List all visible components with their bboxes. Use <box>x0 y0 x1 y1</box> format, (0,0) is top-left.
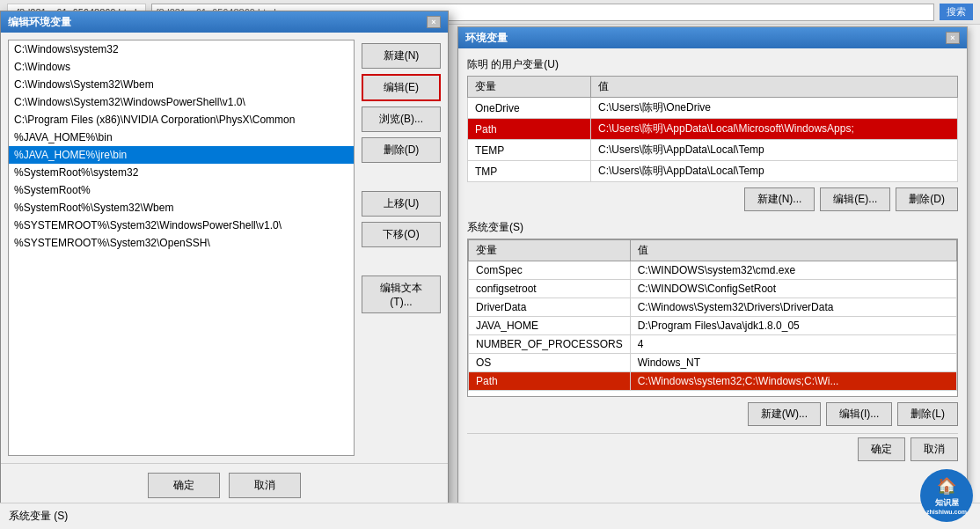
sys-var-name: JAVA_HOME <box>469 317 631 335</box>
watermark-line2: zhishiwu.com <box>926 509 967 515</box>
edit-path-close-btn[interactable]: × <box>427 16 441 28</box>
user-var-row[interactable]: TEMPC:\Users\陈明\AppData\Local\Temp <box>468 140 958 161</box>
edit-path-content: C:\Windows\system32C:\WindowsC:\Windows\… <box>1 33 448 463</box>
user-col-name: 变量 <box>468 77 591 98</box>
user-col-value: 值 <box>591 77 958 98</box>
sys-new-btn[interactable]: 新建(W)... <box>748 402 821 426</box>
user-var-row[interactable]: PathC:\Users\陈明\AppData\Local\Microsoft\… <box>468 119 958 140</box>
env-main-content: 陈明 的用户变量(U) 变量 值 OneDriveC:\Users\陈明\One… <box>458 48 967 474</box>
user-var-row[interactable]: OneDriveC:\Users\陈明\OneDrive <box>468 98 958 119</box>
path-list-item[interactable]: C:\Windows\System32\Wbem <box>9 76 354 93</box>
edit-path-title-buttons: × <box>427 16 441 28</box>
sys-vars-label: 系统变量(S) <box>467 220 958 235</box>
user-var-name: TMP <box>468 161 591 182</box>
user-var-value: C:\Users\陈明\OneDrive <box>591 98 958 119</box>
sys-var-row[interactable]: JAVA_HOMED:\Program Files\Java\jdk1.8.0_… <box>469 317 957 335</box>
path-list-item[interactable]: %SystemRoot% <box>9 181 354 199</box>
sys-delete-btn[interactable]: 删除(L) <box>897 402 958 426</box>
path-delete-btn[interactable]: 删除(D) <box>362 137 441 163</box>
sys-var-value: C:\Windows\System32\Drivers\DriverData <box>630 298 956 317</box>
sys-var-name: NUMBER_OF_PROCESSORS <box>469 335 631 354</box>
env-main-titlebar: 环境变量 × <box>458 27 967 48</box>
path-edit-btn[interactable]: 编辑(E) <box>362 74 441 101</box>
edit-path-footer: 确定 取消 <box>1 463 448 507</box>
user-vars-label: 陈明 的用户变量(U) <box>467 57 958 72</box>
user-vars-buttons: 新建(N)... 编辑(E)... 删除(D) <box>467 187 958 211</box>
sys-var-row[interactable]: PathC:\Windows\system32;C:\Windows;C:\Wi… <box>469 372 957 391</box>
path-list-item[interactable]: C:\Windows\system32 <box>9 40 354 58</box>
extra-sys-vars-label: 系统变量 (S) <box>9 509 68 524</box>
watermark: 🏠 知识屋 zhishiwu.com <box>920 469 973 522</box>
sys-var-value: D:\Program Files\Java\jdk1.8.0_05 <box>630 317 956 335</box>
path-list-item[interactable]: %JAVA_HOME%\bin <box>9 129 354 146</box>
env-ok-btn[interactable]: 确定 <box>858 437 905 461</box>
edit-path-title: 编辑环境变量 <box>8 15 71 30</box>
path-list-item[interactable]: %SystemRoot%\system32 <box>9 164 354 181</box>
user-var-value: C:\Users\陈明\AppData\Local\Temp <box>591 140 958 161</box>
sys-var-name: Path <box>469 372 631 391</box>
sys-var-row[interactable]: DriverDataC:\Windows\System32\Drivers\Dr… <box>469 298 957 317</box>
sys-vars-table: 变量 值 ComSpecC:\WINDOWS\system32\cmd.exec… <box>468 239 957 391</box>
sys-var-row[interactable]: OSWindows_NT <box>469 354 957 372</box>
edit-path-titlebar: 编辑环境变量 × <box>1 11 448 33</box>
path-list-item[interactable]: C:\Program Files (x86)\NVIDIA Corporatio… <box>9 111 354 129</box>
sys-vars-buttons: 新建(W)... 编辑(I)... 删除(L) <box>467 402 958 426</box>
env-main-footer-buttons: 确定 取消 <box>467 433 958 465</box>
path-ok-btn[interactable]: 确定 <box>148 473 220 498</box>
close-btn[interactable]: × <box>946 32 960 44</box>
path-list-item[interactable]: %SYSTEMROOT%\System32\WindowsPowerShell\… <box>9 217 354 234</box>
sys-var-row[interactable]: ComSpecC:\WINDOWS\system32\cmd.exe <box>469 261 957 280</box>
watermark-icon: 🏠 <box>937 476 956 496</box>
sys-var-name: DriverData <box>469 298 631 317</box>
user-var-name: TEMP <box>468 140 591 161</box>
path-cancel-btn[interactable]: 取消 <box>229 473 301 498</box>
user-edit-btn[interactable]: 编辑(E)... <box>820 187 890 211</box>
env-main-window: 环境变量 × 陈明 的用户变量(U) 变量 值 OneDriveC:\Users… <box>457 26 968 519</box>
title-buttons: × <box>946 32 960 44</box>
sys-var-value: Windows_NT <box>630 354 956 372</box>
path-list-item[interactable]: %SYSTEMROOT%\System32\OpenSSH\ <box>9 234 354 252</box>
path-list-item[interactable]: %SystemRoot%\System32\Wbem <box>9 199 354 217</box>
path-action-buttons: 新建(N) 编辑(E) 浏览(B)... 删除(D) 上移(U) 下移(O) 编… <box>362 40 441 456</box>
user-delete-btn[interactable]: 删除(D) <box>896 187 958 211</box>
path-list[interactable]: C:\Windows\system32C:\WindowsC:\Windows\… <box>8 40 355 456</box>
user-var-name: Path <box>468 119 591 140</box>
user-var-value: C:\Users\陈明\AppData\Local\Microsoft\Wind… <box>591 119 958 140</box>
sys-var-row[interactable]: configsetrootC:\WINDOWS\ConfigSetRoot <box>469 280 957 298</box>
sys-vars-container[interactable]: 变量 值 ComSpecC:\WINDOWS\system32\cmd.exec… <box>467 239 958 397</box>
sys-vars-section: 系统变量(S) 变量 值 ComSpecC:\WINDOWS\system32\… <box>467 220 958 426</box>
user-new-btn[interactable]: 新建(N)... <box>744 187 815 211</box>
search-button[interactable]: 搜索 <box>940 4 973 20</box>
edit-path-window: 编辑环境变量 × C:\Windows\system32C:\WindowsC:… <box>0 11 449 508</box>
sys-var-row[interactable]: NUMBER_OF_PROCESSORS4 <box>469 335 957 354</box>
sys-var-value: C:\Windows\system32;C:\Windows;C:\Wi... <box>630 372 956 391</box>
user-var-value: C:\Users\陈明\AppData\Local\Temp <box>591 161 958 182</box>
path-move-down-btn[interactable]: 下移(O) <box>362 222 441 247</box>
path-list-item[interactable]: C:\Windows\System32\WindowsPowerShell\v1… <box>9 93 354 111</box>
sys-var-name: ComSpec <box>469 261 631 280</box>
watermark-line1: 知识屋 <box>935 497 959 509</box>
path-browse-btn[interactable]: 浏览(B)... <box>362 107 441 132</box>
sys-var-value: C:\WINDOWS\system32\cmd.exe <box>630 261 956 280</box>
sys-var-name: OS <box>469 354 631 372</box>
path-move-up-btn[interactable]: 上移(U) <box>362 191 441 217</box>
sys-col-name: 变量 <box>469 240 631 261</box>
sys-var-value: 4 <box>630 335 956 354</box>
env-cancel-btn[interactable]: 取消 <box>911 437 958 461</box>
env-main-title: 环境变量 <box>465 31 508 46</box>
sys-var-name: configsetroot <box>469 280 631 298</box>
path-list-item[interactable]: %JAVA_HOME%\jre\bin <box>9 146 354 164</box>
sys-var-value: C:\WINDOWS\ConfigSetRoot <box>630 280 956 298</box>
user-var-name: OneDrive <box>468 98 591 119</box>
user-vars-table: 变量 值 OneDriveC:\Users\陈明\OneDrivePathC:\… <box>467 76 958 182</box>
path-new-btn[interactable]: 新建(N) <box>362 43 441 69</box>
user-var-row[interactable]: TMPC:\Users\陈明\AppData\Local\Temp <box>468 161 958 182</box>
path-edit-text-btn[interactable]: 编辑文本(T)... <box>362 276 441 313</box>
extra-bottom-bar: 系统变量 (S) <box>0 503 980 529</box>
path-list-item[interactable]: C:\Windows <box>9 58 354 76</box>
sys-edit-btn[interactable]: 编辑(I)... <box>826 402 892 426</box>
sys-col-value: 值 <box>630 240 956 261</box>
